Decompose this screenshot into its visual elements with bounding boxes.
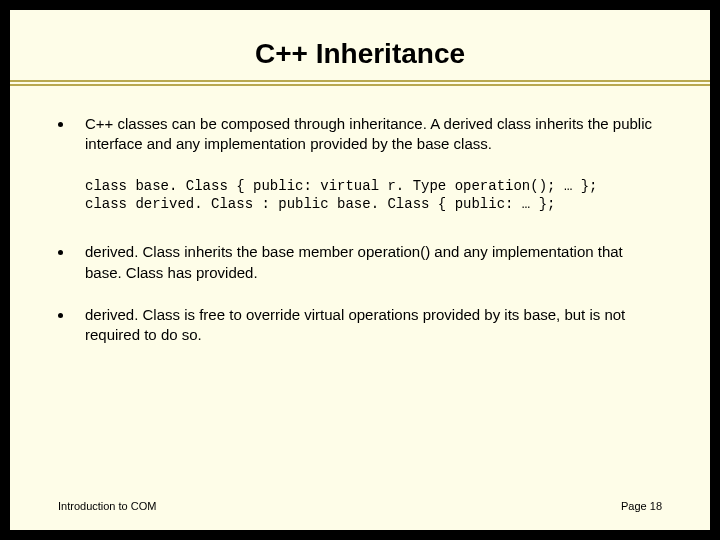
slide: C++ Inheritance C++ classes can be compo… xyxy=(10,10,710,530)
footer-page-number: Page 18 xyxy=(621,500,662,512)
code-block: class base. Class { public: virtual r. T… xyxy=(85,177,662,215)
bullet-text: derived. Class inherits the base member … xyxy=(85,242,662,283)
bullet-icon xyxy=(58,313,63,318)
bullet-item: derived. Class is free to override virtu… xyxy=(58,305,662,346)
bullet-item: C++ classes can be composed through inhe… xyxy=(58,114,662,155)
title-divider xyxy=(10,80,710,86)
slide-footer: Introduction to COM Page 18 xyxy=(58,500,662,512)
slide-title: C++ Inheritance xyxy=(10,10,710,80)
bullet-text: C++ classes can be composed through inhe… xyxy=(85,114,662,155)
footer-left-text: Introduction to COM xyxy=(58,500,156,512)
bullet-icon xyxy=(58,250,63,255)
slide-content: C++ classes can be composed through inhe… xyxy=(10,114,710,345)
bullet-text: derived. Class is free to override virtu… xyxy=(85,305,662,346)
bullet-item: derived. Class inherits the base member … xyxy=(58,242,662,283)
bullet-icon xyxy=(58,122,63,127)
